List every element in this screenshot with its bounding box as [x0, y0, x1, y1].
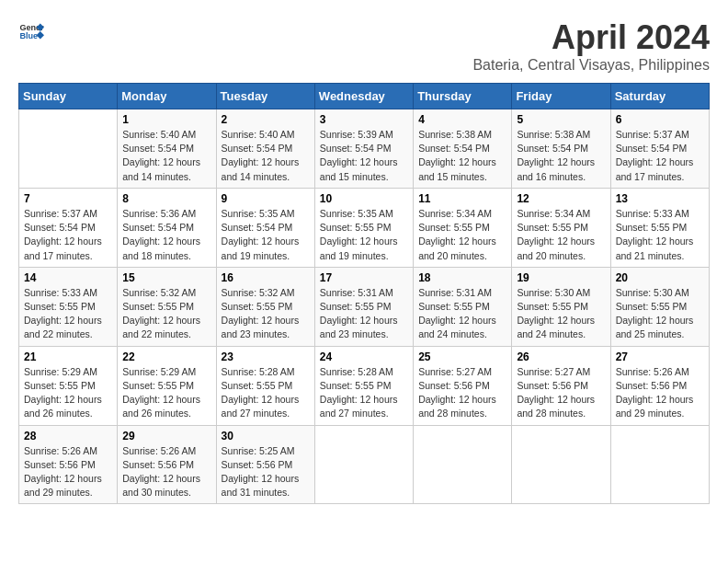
- day-number: 10: [320, 192, 408, 205]
- calendar-cell: 7Sunrise: 5:37 AM Sunset: 5:54 PM Daylig…: [19, 188, 118, 267]
- calendar-cell: 12Sunrise: 5:34 AM Sunset: 5:55 PM Dayli…: [512, 188, 610, 267]
- day-number: 8: [122, 192, 210, 205]
- calendar-cell: 18Sunrise: 5:31 AM Sunset: 5:55 PM Dayli…: [414, 267, 512, 346]
- day-info: Sunrise: 5:35 AM Sunset: 5:54 PM Dayligh…: [222, 207, 310, 263]
- day-number: 15: [122, 271, 210, 284]
- calendar-cell: 27Sunrise: 5:26 AM Sunset: 5:56 PM Dayli…: [610, 346, 709, 425]
- day-number: 13: [616, 192, 704, 205]
- day-info: Sunrise: 5:39 AM Sunset: 5:54 PM Dayligh…: [320, 128, 408, 184]
- calendar-cell: [414, 425, 512, 504]
- day-info: Sunrise: 5:40 AM Sunset: 5:54 PM Dayligh…: [222, 128, 310, 184]
- calendar-cell: 6Sunrise: 5:37 AM Sunset: 5:54 PM Daylig…: [610, 109, 709, 189]
- calendar-cell: 11Sunrise: 5:34 AM Sunset: 5:55 PM Dayli…: [414, 188, 512, 267]
- calendar-cell: 3Sunrise: 5:39 AM Sunset: 5:54 PM Daylig…: [314, 109, 413, 189]
- calendar-cell: 8Sunrise: 5:36 AM Sunset: 5:54 PM Daylig…: [118, 188, 216, 267]
- day-info: Sunrise: 5:26 AM Sunset: 5:56 PM Dayligh…: [24, 444, 112, 500]
- calendar-cell: 24Sunrise: 5:28 AM Sunset: 5:55 PM Dayli…: [314, 346, 413, 425]
- day-info: Sunrise: 5:32 AM Sunset: 5:55 PM Dayligh…: [122, 286, 210, 342]
- header-saturday: Saturday: [610, 84, 709, 109]
- day-info: Sunrise: 5:37 AM Sunset: 5:54 PM Dayligh…: [616, 128, 704, 184]
- day-info: Sunrise: 5:34 AM Sunset: 5:55 PM Dayligh…: [517, 207, 605, 263]
- day-number: 20: [616, 271, 704, 284]
- day-number: 19: [517, 271, 605, 284]
- day-number: 12: [517, 192, 605, 205]
- calendar-cell: 28Sunrise: 5:26 AM Sunset: 5:56 PM Dayli…: [19, 425, 118, 504]
- day-info: Sunrise: 5:27 AM Sunset: 5:56 PM Dayligh…: [517, 365, 605, 421]
- day-info: Sunrise: 5:31 AM Sunset: 5:55 PM Dayligh…: [320, 286, 408, 342]
- day-info: Sunrise: 5:38 AM Sunset: 5:54 PM Dayligh…: [418, 128, 506, 184]
- calendar-cell: 25Sunrise: 5:27 AM Sunset: 5:56 PM Dayli…: [414, 346, 512, 425]
- calendar-cell: 14Sunrise: 5:33 AM Sunset: 5:55 PM Dayli…: [19, 267, 118, 346]
- day-number: 27: [616, 350, 704, 363]
- calendar-cell: 2Sunrise: 5:40 AM Sunset: 5:54 PM Daylig…: [216, 109, 314, 189]
- calendar-cell: 9Sunrise: 5:35 AM Sunset: 5:54 PM Daylig…: [216, 188, 314, 267]
- day-number: 21: [24, 350, 112, 363]
- calendar-cell: 30Sunrise: 5:25 AM Sunset: 5:56 PM Dayli…: [216, 425, 314, 504]
- calendar-cell: 4Sunrise: 5:38 AM Sunset: 5:54 PM Daylig…: [414, 109, 512, 189]
- day-number: 5: [517, 113, 605, 126]
- title-area: April 2024 Bateria, Central Visayas, Phi…: [472, 18, 710, 74]
- day-number: 29: [122, 430, 210, 442]
- day-info: Sunrise: 5:30 AM Sunset: 5:55 PM Dayligh…: [517, 286, 605, 342]
- calendar-week-1: 1Sunrise: 5:40 AM Sunset: 5:54 PM Daylig…: [19, 109, 710, 189]
- logo: General Blue: [18, 18, 44, 44]
- day-number: 4: [418, 113, 506, 126]
- day-info: Sunrise: 5:28 AM Sunset: 5:55 PM Dayligh…: [222, 365, 310, 421]
- calendar-cell: [610, 425, 709, 504]
- day-number: 23: [222, 350, 310, 363]
- day-number: 26: [517, 350, 605, 363]
- calendar-cell: 5Sunrise: 5:38 AM Sunset: 5:54 PM Daylig…: [512, 109, 610, 189]
- calendar-cell: 1Sunrise: 5:40 AM Sunset: 5:54 PM Daylig…: [118, 109, 216, 189]
- day-info: Sunrise: 5:31 AM Sunset: 5:55 PM Dayligh…: [418, 286, 506, 342]
- header-monday: Monday: [118, 84, 216, 109]
- calendar-cell: [314, 425, 413, 504]
- day-number: 14: [24, 271, 112, 284]
- calendar-cell: 20Sunrise: 5:30 AM Sunset: 5:55 PM Dayli…: [610, 267, 709, 346]
- calendar-week-3: 14Sunrise: 5:33 AM Sunset: 5:55 PM Dayli…: [19, 267, 710, 346]
- day-info: Sunrise: 5:30 AM Sunset: 5:55 PM Dayligh…: [616, 286, 704, 342]
- calendar-cell: 22Sunrise: 5:29 AM Sunset: 5:55 PM Dayli…: [118, 346, 216, 425]
- logo-icon: General Blue: [18, 18, 44, 44]
- day-info: Sunrise: 5:34 AM Sunset: 5:55 PM Dayligh…: [418, 207, 506, 263]
- day-number: 30: [222, 430, 310, 442]
- day-info: Sunrise: 5:29 AM Sunset: 5:55 PM Dayligh…: [122, 365, 210, 421]
- calendar-subtitle: Bateria, Central Visayas, Philippines: [472, 57, 710, 74]
- calendar-cell: 29Sunrise: 5:26 AM Sunset: 5:56 PM Dayli…: [118, 425, 216, 504]
- day-number: 18: [418, 271, 506, 284]
- day-number: 11: [418, 192, 506, 205]
- day-number: 3: [320, 113, 408, 126]
- day-info: Sunrise: 5:29 AM Sunset: 5:55 PM Dayligh…: [24, 365, 112, 421]
- header-tuesday: Tuesday: [216, 84, 314, 109]
- header-wednesday: Wednesday: [314, 84, 413, 109]
- day-info: Sunrise: 5:32 AM Sunset: 5:55 PM Dayligh…: [222, 286, 310, 342]
- day-info: Sunrise: 5:33 AM Sunset: 5:55 PM Dayligh…: [24, 286, 112, 342]
- day-info: Sunrise: 5:28 AM Sunset: 5:55 PM Dayligh…: [320, 365, 408, 421]
- day-info: Sunrise: 5:26 AM Sunset: 5:56 PM Dayligh…: [616, 365, 704, 421]
- calendar-cell: 13Sunrise: 5:33 AM Sunset: 5:55 PM Dayli…: [610, 188, 709, 267]
- calendar-week-4: 21Sunrise: 5:29 AM Sunset: 5:55 PM Dayli…: [19, 346, 710, 425]
- calendar-cell: [512, 425, 610, 504]
- day-number: 17: [320, 271, 408, 284]
- calendar-cell: 21Sunrise: 5:29 AM Sunset: 5:55 PM Dayli…: [19, 346, 118, 425]
- calendar-week-2: 7Sunrise: 5:37 AM Sunset: 5:54 PM Daylig…: [19, 188, 710, 267]
- day-number: 2: [222, 113, 310, 126]
- calendar-header-row: SundayMondayTuesdayWednesdayThursdayFrid…: [19, 84, 710, 109]
- day-info: Sunrise: 5:37 AM Sunset: 5:54 PM Dayligh…: [24, 207, 112, 263]
- calendar-cell: 15Sunrise: 5:32 AM Sunset: 5:55 PM Dayli…: [118, 267, 216, 346]
- day-info: Sunrise: 5:36 AM Sunset: 5:54 PM Dayligh…: [122, 207, 210, 263]
- day-info: Sunrise: 5:35 AM Sunset: 5:55 PM Dayligh…: [320, 207, 408, 263]
- day-number: 7: [24, 192, 112, 205]
- day-info: Sunrise: 5:40 AM Sunset: 5:54 PM Dayligh…: [122, 128, 210, 184]
- calendar-cell: 17Sunrise: 5:31 AM Sunset: 5:55 PM Dayli…: [314, 267, 413, 346]
- day-number: 1: [122, 113, 210, 126]
- svg-text:Blue: Blue: [19, 31, 38, 40]
- header-sunday: Sunday: [19, 84, 118, 109]
- calendar-cell: [19, 109, 118, 189]
- calendar-cell: 10Sunrise: 5:35 AM Sunset: 5:55 PM Dayli…: [314, 188, 413, 267]
- calendar-week-5: 28Sunrise: 5:26 AM Sunset: 5:56 PM Dayli…: [19, 425, 710, 504]
- header-thursday: Thursday: [414, 84, 512, 109]
- day-number: 24: [320, 350, 408, 363]
- header-friday: Friday: [512, 84, 610, 109]
- day-number: 6: [616, 113, 704, 126]
- day-number: 25: [418, 350, 506, 363]
